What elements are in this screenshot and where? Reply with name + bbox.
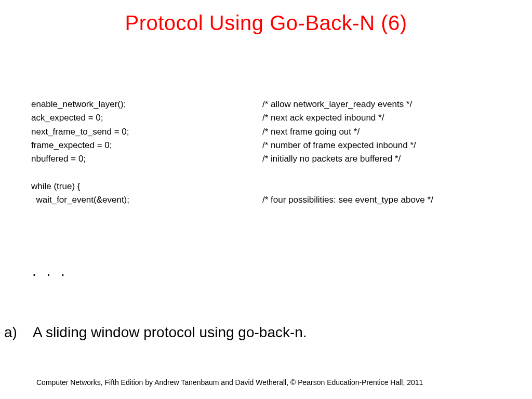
code-row: enable_network_layer(); /* allow network… [31,98,511,111]
ellipsis: . . . [32,263,68,280]
code-comment: /* next ack expected inbound */ [262,111,384,125]
code-row: while (true) { [31,180,511,193]
code-statement: while (true) { [31,180,262,193]
code-statement: wait_for_event(&event); [31,193,262,207]
code-comment: /* next frame going out */ [262,125,360,139]
caption-text: A sliding window protocol using go-back-… [33,324,307,341]
code-comment: /* number of frame expected inbound */ [262,139,416,152]
code-statement: enable_network_layer(); [31,98,262,111]
code-comment: /* allow network_layer_ready events */ [262,98,412,111]
code-statement: ack_expected = 0; [31,111,262,125]
footer-citation: Computer Networks, Fifth Edition by Andr… [36,378,511,387]
code-row: wait_for_event(&event); /* four possibil… [31,193,511,207]
code-statement: nbuffered = 0; [31,152,262,166]
caption-letter: a) [4,324,33,341]
code-row: nbuffered = 0; /* initially no packets a… [31,152,511,166]
code-statement: frame_expected = 0; [31,139,262,152]
code-comment: /* initially no packets are buffered */ [262,152,401,166]
slide-title: Protocol Using Go-Back-N (6) [0,11,532,35]
code-comment: /* four possibilities: see event_type ab… [262,193,433,207]
code-row: next_frame_to_send = 0; /* next frame go… [31,125,511,139]
caption: a) A sliding window protocol using go-ba… [4,324,307,341]
code-block: enable_network_layer(); /* allow network… [31,98,511,207]
code-row: ack_expected = 0; /* next ack expected i… [31,111,511,125]
code-statement: next_frame_to_send = 0; [31,125,262,139]
code-row: frame_expected = 0; /* number of frame e… [31,139,511,152]
